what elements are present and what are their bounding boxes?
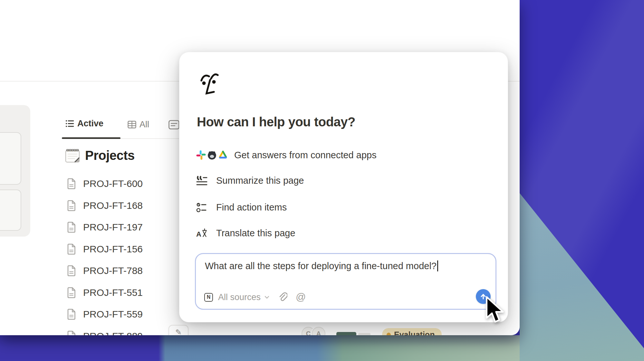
project-link: PROJ-FT-168 <box>83 200 143 211</box>
greeting-heading: How can I help you today? <box>197 115 355 129</box>
quote-summary-icon <box>196 176 207 186</box>
project-link: PROJ-FT-156 <box>83 244 143 255</box>
project-row[interactable]: PROJ-FT-168 <box>67 200 143 211</box>
mention-icon[interactable]: @ <box>296 291 306 303</box>
wallpaper-bottom-strip <box>0 335 520 361</box>
project-link: PROJ-FT-551 <box>83 287 143 298</box>
project-link: PROJ-FT-559 <box>83 309 143 320</box>
avatar-initial: C <box>306 330 311 336</box>
notion-window: Active All <box>0 0 520 335</box>
checklist-icon <box>196 202 207 212</box>
project-row[interactable]: PROJ-FT-559 <box>67 309 143 320</box>
tab-label: All <box>139 120 149 130</box>
project-row[interactable]: PROJ-FT-156 <box>67 244 143 255</box>
page-icon <box>67 287 76 298</box>
project-row[interactable]: PROJ-FT-551 <box>67 287 143 298</box>
mouse-cursor <box>485 296 505 324</box>
tag-dot <box>387 333 391 336</box>
page-icon <box>67 244 76 255</box>
ai-assistant-dialog: How can I help you today? <box>179 52 508 322</box>
page-icon <box>67 331 76 335</box>
menu-item-label: Get answers from connected apps <box>234 150 377 161</box>
text-caret <box>437 260 438 271</box>
project-link: PROJ-FT-197 <box>83 222 143 233</box>
menu-item-label: Find action items <box>216 202 287 213</box>
translate-icon: A <box>196 228 207 238</box>
page-icon <box>67 265 76 276</box>
menu-item-find-action-items[interactable]: Find action items <box>196 201 287 214</box>
paperclip-icon[interactable] <box>278 292 287 302</box>
slack-icon <box>196 150 206 160</box>
sidebar-card[interactable] <box>0 132 21 185</box>
sidebar-card[interactable] <box>0 190 21 231</box>
desktop: Active All <box>0 0 644 361</box>
avatar-initial: A <box>316 330 321 336</box>
project-link: PROJ-FT-788 <box>83 265 143 276</box>
project-link: PROJ-FT-600 <box>83 178 143 189</box>
project-link: PROJ-FT-889 <box>83 331 143 335</box>
page-icon <box>67 200 76 211</box>
prompt-input[interactable]: What are all the steps for deploying a f… <box>195 253 496 310</box>
evaluation-tag[interactable]: Evaluation <box>382 328 442 335</box>
menu-item-connected-apps[interactable]: Get answers from connected apps <box>196 149 377 161</box>
menu-item-translate[interactable]: A Translate this page <box>196 227 295 239</box>
toolbar-button[interactable] <box>358 333 370 335</box>
tab-active[interactable]: Active <box>65 119 103 129</box>
notepad-icon <box>65 148 80 163</box>
menu-item-label: Translate this page <box>216 228 295 239</box>
page-title-text: Projects <box>85 148 135 163</box>
board-view-icon <box>168 120 179 130</box>
chevron-down-icon[interactable] <box>264 296 269 299</box>
notion-icon: N <box>204 293 213 302</box>
notion-ai-face-icon <box>200 72 219 97</box>
svg-text:A: A <box>196 230 201 238</box>
page-icon <box>67 178 76 189</box>
active-tab-underline <box>62 137 120 139</box>
project-row[interactable]: PROJ-FT-600 <box>67 178 143 189</box>
list-view-icon <box>65 119 74 128</box>
menu-item-summarize[interactable]: Summarize this page <box>196 174 304 187</box>
github-icon <box>207 150 217 160</box>
table-view-icon <box>128 121 136 129</box>
tab-board[interactable] <box>168 120 179 130</box>
source-selector[interactable]: All sources <box>218 292 261 302</box>
page-icon <box>67 309 76 320</box>
avatar[interactable]: A <box>312 327 325 335</box>
page-title: Projects <box>65 148 135 163</box>
google-drive-icon <box>218 150 228 160</box>
project-row[interactable]: PROJ-FT-788 <box>67 265 143 276</box>
edit-button[interactable]: ✎ <box>168 325 188 335</box>
tab-baseline <box>120 138 180 139</box>
page-icon <box>67 222 76 233</box>
menu-item-label: Summarize this page <box>216 175 304 186</box>
pencil-icon: ✎ <box>175 328 182 335</box>
sidebar-panel <box>0 105 30 237</box>
project-row[interactable]: PROJ-FT-197 <box>67 222 143 233</box>
tab-all[interactable]: All <box>128 120 149 130</box>
tag-label: Evaluation <box>394 330 435 336</box>
tab-label: Active <box>77 119 103 129</box>
prompt-text: What are all the steps for deploying a f… <box>205 261 437 271</box>
toolbar-button[interactable] <box>336 332 356 335</box>
project-row[interactable]: PROJ-FT-889 <box>67 331 143 335</box>
